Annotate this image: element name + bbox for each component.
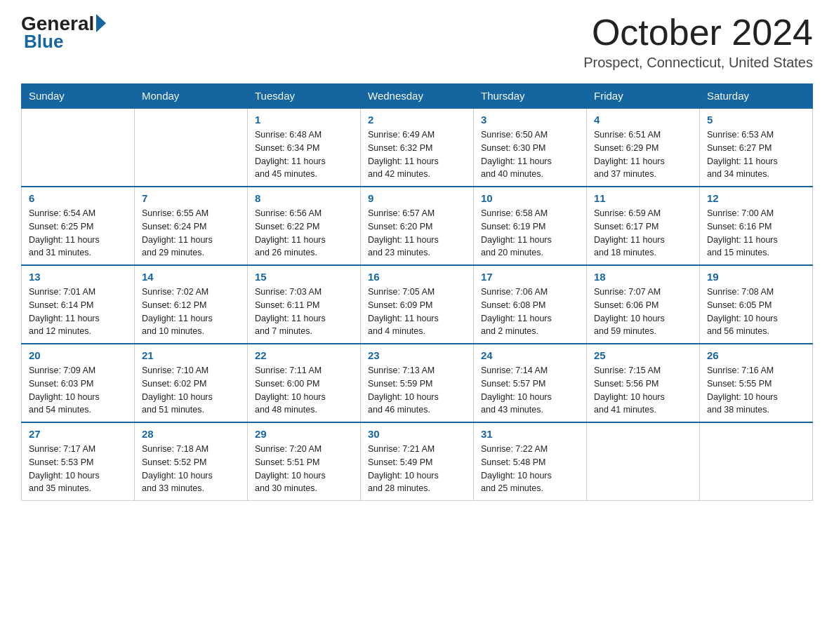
day-info: Sunrise: 6:48 AM Sunset: 6:34 PM Dayligh… [255,128,353,181]
day-number: 16 [368,271,466,283]
day-cell-12: 12Sunrise: 7:00 AM Sunset: 6:16 PM Dayli… [700,187,813,265]
day-cell-5: 5Sunrise: 6:53 AM Sunset: 6:27 PM Daylig… [700,108,813,187]
day-info: Sunrise: 6:50 AM Sunset: 6:30 PM Dayligh… [481,128,579,181]
day-number: 28 [142,428,240,440]
day-number: 22 [255,349,353,361]
day-info: Sunrise: 7:07 AM Sunset: 6:06 PM Dayligh… [594,286,692,338]
calendar-table: SundayMondayTuesdayWednesdayThursdayFrid… [21,83,813,501]
day-cell-6: 6Sunrise: 6:54 AM Sunset: 6:25 PM Daylig… [22,187,135,265]
day-number: 24 [481,349,579,361]
day-cell-22: 22Sunrise: 7:11 AM Sunset: 6:00 PM Dayli… [248,344,361,422]
logo-arrow-icon [96,14,106,32]
column-header-wednesday: Wednesday [361,84,474,109]
day-info: Sunrise: 7:06 AM Sunset: 6:08 PM Dayligh… [481,286,579,338]
day-number: 2 [368,114,466,126]
day-number: 9 [368,192,466,204]
day-number: 26 [707,349,805,361]
day-cell-23: 23Sunrise: 7:13 AM Sunset: 5:59 PM Dayli… [361,344,474,422]
day-info: Sunrise: 6:55 AM Sunset: 6:24 PM Dayligh… [142,207,240,260]
column-header-monday: Monday [135,84,248,109]
day-info: Sunrise: 7:13 AM Sunset: 5:59 PM Dayligh… [368,364,466,417]
page-header: General Blue October 2024 Prospect, Conn… [21,14,813,71]
week-row-1: 1Sunrise: 6:48 AM Sunset: 6:34 PM Daylig… [22,108,813,187]
day-number: 20 [29,349,127,361]
day-cell-18: 18Sunrise: 7:07 AM Sunset: 6:06 PM Dayli… [587,265,700,344]
column-header-sunday: Sunday [22,84,135,109]
day-cell-16: 16Sunrise: 7:05 AM Sunset: 6:09 PM Dayli… [361,265,474,344]
day-info: Sunrise: 7:09 AM Sunset: 6:03 PM Dayligh… [29,364,127,417]
day-cell-29: 29Sunrise: 7:20 AM Sunset: 5:51 PM Dayli… [248,422,361,501]
day-info: Sunrise: 7:21 AM Sunset: 5:49 PM Dayligh… [368,443,466,495]
day-cell-26: 26Sunrise: 7:16 AM Sunset: 5:55 PM Dayli… [700,344,813,422]
day-info: Sunrise: 7:02 AM Sunset: 6:12 PM Dayligh… [142,286,240,338]
day-cell-9: 9Sunrise: 6:57 AM Sunset: 6:20 PM Daylig… [361,187,474,265]
day-info: Sunrise: 7:15 AM Sunset: 5:56 PM Dayligh… [594,364,692,417]
day-number: 8 [255,192,353,204]
day-info: Sunrise: 7:03 AM Sunset: 6:11 PM Dayligh… [255,286,353,338]
day-number: 3 [481,114,579,126]
day-info: Sunrise: 7:18 AM Sunset: 5:52 PM Dayligh… [142,443,240,495]
day-number: 4 [594,114,692,126]
day-info: Sunrise: 7:20 AM Sunset: 5:51 PM Dayligh… [255,443,353,495]
day-cell-3: 3Sunrise: 6:50 AM Sunset: 6:30 PM Daylig… [474,108,587,187]
day-info: Sunrise: 6:56 AM Sunset: 6:22 PM Dayligh… [255,207,353,260]
day-info: Sunrise: 6:51 AM Sunset: 6:29 PM Dayligh… [594,128,692,181]
day-info: Sunrise: 7:05 AM Sunset: 6:09 PM Dayligh… [368,286,466,338]
title-area: October 2024 Prospect, Connecticut, Unit… [583,14,813,71]
day-cell-7: 7Sunrise: 6:55 AM Sunset: 6:24 PM Daylig… [135,187,248,265]
day-cell-empty [135,108,248,187]
day-number: 19 [707,271,805,283]
day-info: Sunrise: 7:16 AM Sunset: 5:55 PM Dayligh… [707,364,805,417]
day-info: Sunrise: 6:54 AM Sunset: 6:25 PM Dayligh… [29,207,127,260]
day-cell-20: 20Sunrise: 7:09 AM Sunset: 6:03 PM Dayli… [22,344,135,422]
day-info: Sunrise: 6:53 AM Sunset: 6:27 PM Dayligh… [707,128,805,181]
day-number: 23 [368,349,466,361]
day-number: 7 [142,192,240,204]
day-cell-13: 13Sunrise: 7:01 AM Sunset: 6:14 PM Dayli… [22,265,135,344]
day-cell-27: 27Sunrise: 7:17 AM Sunset: 5:53 PM Dayli… [22,422,135,501]
day-number: 25 [594,349,692,361]
day-info: Sunrise: 7:17 AM Sunset: 5:53 PM Dayligh… [29,443,127,495]
day-cell-10: 10Sunrise: 6:58 AM Sunset: 6:19 PM Dayli… [474,187,587,265]
day-cell-11: 11Sunrise: 6:59 AM Sunset: 6:17 PM Dayli… [587,187,700,265]
logo: General Blue [21,14,106,53]
week-row-4: 20Sunrise: 7:09 AM Sunset: 6:03 PM Dayli… [22,344,813,422]
day-number: 14 [142,271,240,283]
day-number: 15 [255,271,353,283]
day-number: 30 [368,428,466,440]
column-header-friday: Friday [587,84,700,109]
day-number: 18 [594,271,692,283]
day-cell-25: 25Sunrise: 7:15 AM Sunset: 5:56 PM Dayli… [587,344,700,422]
day-cell-1: 1Sunrise: 6:48 AM Sunset: 6:34 PM Daylig… [248,108,361,187]
day-info: Sunrise: 7:01 AM Sunset: 6:14 PM Dayligh… [29,286,127,338]
day-info: Sunrise: 6:49 AM Sunset: 6:32 PM Dayligh… [368,128,466,181]
day-cell-empty [22,108,135,187]
month-title: October 2024 [583,14,813,51]
day-cell-14: 14Sunrise: 7:02 AM Sunset: 6:12 PM Dayli… [135,265,248,344]
day-info: Sunrise: 7:14 AM Sunset: 5:57 PM Dayligh… [481,364,579,417]
day-number: 29 [255,428,353,440]
day-number: 10 [481,192,579,204]
day-cell-24: 24Sunrise: 7:14 AM Sunset: 5:57 PM Dayli… [474,344,587,422]
day-number: 27 [29,428,127,440]
day-cell-17: 17Sunrise: 7:06 AM Sunset: 6:08 PM Dayli… [474,265,587,344]
day-number: 11 [594,192,692,204]
day-cell-30: 30Sunrise: 7:21 AM Sunset: 5:49 PM Dayli… [361,422,474,501]
day-number: 1 [255,114,353,126]
day-cell-28: 28Sunrise: 7:18 AM Sunset: 5:52 PM Dayli… [135,422,248,501]
day-number: 21 [142,349,240,361]
day-number: 17 [481,271,579,283]
day-number: 12 [707,192,805,204]
day-cell-15: 15Sunrise: 7:03 AM Sunset: 6:11 PM Dayli… [248,265,361,344]
day-number: 5 [707,114,805,126]
day-number: 13 [29,271,127,283]
column-header-thursday: Thursday [474,84,587,109]
day-cell-empty [700,422,813,501]
day-cell-4: 4Sunrise: 6:51 AM Sunset: 6:29 PM Daylig… [587,108,700,187]
column-header-saturday: Saturday [700,84,813,109]
day-cell-21: 21Sunrise: 7:10 AM Sunset: 6:02 PM Dayli… [135,344,248,422]
day-cell-2: 2Sunrise: 6:49 AM Sunset: 6:32 PM Daylig… [361,108,474,187]
day-info: Sunrise: 7:11 AM Sunset: 6:00 PM Dayligh… [255,364,353,417]
day-cell-8: 8Sunrise: 6:56 AM Sunset: 6:22 PM Daylig… [248,187,361,265]
day-cell-empty [587,422,700,501]
